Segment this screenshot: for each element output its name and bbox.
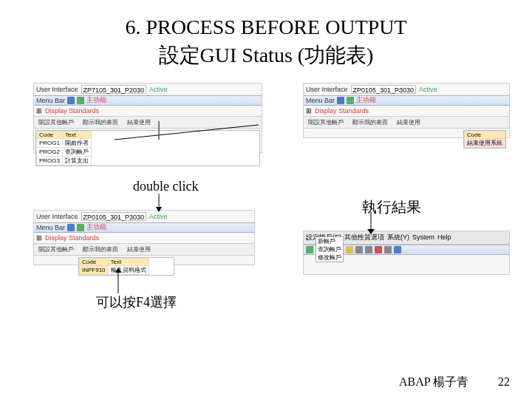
expand-icon[interactable] — [337, 97, 344, 104]
doc-icon[interactable] — [77, 97, 84, 104]
p3-tab-1[interactable]: 開設其他帳戶 — [38, 245, 74, 253]
p1-ui-label: User Interface — [36, 86, 78, 93]
footer-course: ABAP 楊子青 — [399, 375, 468, 390]
p1-status: Active — [149, 86, 168, 93]
tree-toggle-icon[interactable]: ⊞ — [306, 107, 312, 115]
p2-ui-value: ZP0105_301_P3030 — [351, 85, 417, 94]
p2-display-std: Display Standards — [315, 107, 369, 115]
annot-result: 執行結果 — [362, 197, 421, 217]
p1-tab-2[interactable]: 顯示我的畫面 — [83, 118, 118, 126]
p2-code-table: Code 結束使用系統 — [463, 130, 506, 149]
p4-menu-5[interactable]: Help — [437, 233, 451, 241]
tree-toggle-icon[interactable]: ⊞ — [36, 234, 42, 242]
p2-status: Active — [419, 86, 437, 93]
p1-display-std: Display Standards — [45, 107, 99, 115]
p4-menu-4[interactable]: System — [412, 233, 434, 241]
footer-page: 22 — [498, 375, 510, 389]
p1-menu-label: Menu Bar — [36, 97, 65, 104]
p2-ui-label: User Interface — [306, 86, 348, 93]
p3-ui-label: User Interface — [36, 213, 78, 220]
p2-tab-1[interactable]: 開設其他帳戶 — [308, 118, 344, 126]
annot-double-click: double click — [133, 179, 198, 194]
title-line-2: 設定GUI Status (功能表) — [0, 41, 532, 69]
p3-display-std: Display Standards — [45, 234, 99, 242]
p3-code-table: CodeText INPF910輸入資料格式 — [78, 257, 174, 276]
p4-menu-2[interactable]: 其他性質選項 — [344, 233, 384, 242]
slide-title: 6. PROCESS BEFORE OUTPUT 設定GUI Status (功… — [0, 13, 532, 69]
p2-tab-2[interactable]: 顯示我的畫面 — [352, 118, 388, 126]
p3-tab-2[interactable]: 顯示我的畫面 — [83, 245, 118, 253]
footer: ABAP 楊子青 22 — [399, 375, 510, 390]
p1-zhuhao: 主功能 — [86, 95, 106, 105]
tool-icon[interactable] — [365, 246, 372, 253]
panel-4: 設定帳戶(E) 其他性質選項 系統(Y) System Help 新帳戶 查詢帳… — [303, 231, 510, 275]
p1-ui-value: ZP7105_301_P2030 — [81, 85, 147, 94]
panel-2: User Interface ZP0105_301_P3030 Active M… — [303, 83, 510, 138]
expand-icon[interactable] — [67, 224, 75, 231]
p3-status: Active — [149, 213, 168, 220]
help-icon[interactable] — [394, 246, 401, 253]
p2-menu-label: Menu Bar — [306, 97, 335, 104]
doc-icon[interactable] — [347, 97, 354, 104]
p3-zhuhao: 主功能 — [86, 222, 106, 232]
tree-toggle-icon[interactable]: ⊞ — [36, 107, 42, 115]
annot-f4: 可以按F4選擇 — [96, 293, 177, 311]
p1-code-table: CodeText PROG1開啟作者 PROG2查詢帳戶 PROG3計算支出 — [35, 130, 260, 166]
doc-icon[interactable] — [77, 224, 84, 231]
folder-icon[interactable] — [346, 246, 353, 253]
p3-tab-3[interactable]: 結束使用 — [127, 245, 151, 253]
stop-icon[interactable] — [375, 246, 382, 253]
title-line-1: 6. PROCESS BEFORE OUTPUT — [0, 13, 532, 41]
check-icon[interactable] — [306, 246, 313, 253]
tool-icon[interactable] — [384, 246, 392, 253]
p3-ui-value: ZP0105_301_P3030 — [81, 212, 147, 221]
p3-menu-label: Menu Bar — [36, 224, 65, 231]
p2-tab-3[interactable]: 結束使用 — [397, 118, 420, 126]
p4-menu-3[interactable]: 系統(Y) — [387, 233, 409, 242]
panel-1: User Interface ZP7105_301_P2030 Active M… — [33, 83, 262, 153]
p2-zhuhao: 主功能 — [356, 95, 376, 105]
expand-icon[interactable] — [67, 97, 75, 104]
panel-3: User Interface ZP0105_301_P3030 Active M… — [33, 210, 255, 265]
p1-tab-1[interactable]: 開設其他帳戶 — [38, 118, 74, 126]
tool-icon[interactable] — [355, 246, 363, 253]
p1-tab-3[interactable]: 結束使用 — [127, 118, 151, 126]
dropdown-menu[interactable]: 新帳戶 查詢帳戶 修改帳戶 — [316, 236, 344, 262]
